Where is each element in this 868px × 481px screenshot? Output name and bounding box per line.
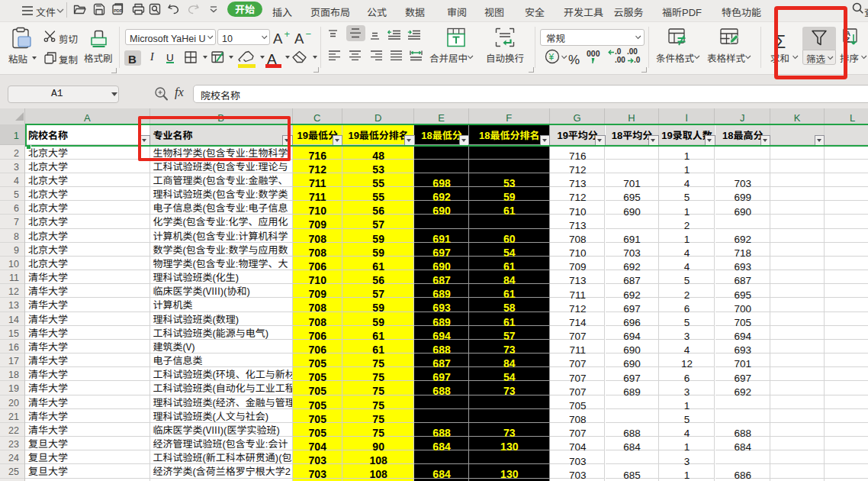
svg-text:¥: ¥ [548, 52, 555, 63]
svg-text:PDF: PDF [114, 8, 123, 13]
